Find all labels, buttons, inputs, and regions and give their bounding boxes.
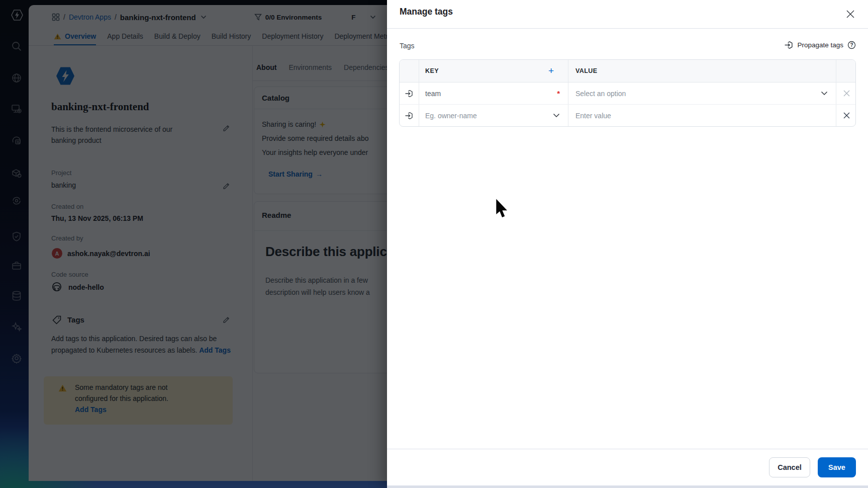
drawer-bottom-edge [387,485,868,488]
tag-value-select[interactable]: Select an option [568,83,836,104]
delete-row-button-disabled [836,83,856,104]
add-tag-row-button[interactable]: + [548,65,554,76]
svg-text:?: ? [850,42,853,48]
tag-key-placeholder: Eg. owner-name [425,112,477,120]
chevron-down-icon [821,91,828,96]
tag-key-input[interactable]: team * [419,83,568,104]
save-button[interactable]: Save [818,457,856,477]
screen: / Devtron Apps / banking-nxt-frontend 0/… [0,0,868,488]
tags-table-header: KEY + VALUE [400,60,855,83]
tag-key-value: team [425,90,441,98]
tag-value-input[interactable]: Enter value [568,105,836,126]
drawer-header-divider [387,28,868,29]
delete-row-button[interactable] [836,105,856,126]
chevron-down-icon [553,113,560,118]
value-column-header: VALUE [575,67,597,74]
propagate-row-icon[interactable] [400,105,419,126]
propagate-icon [785,41,793,49]
tag-row-1: team * Select an option [400,83,855,105]
tag-value-placeholder: Select an option [575,90,626,98]
cancel-button[interactable]: Cancel [769,457,810,477]
propagate-tags-control[interactable]: Propagate tags ? [785,41,856,49]
tag-row-2: Eg. owner-name Enter value [400,105,855,126]
key-column-header: KEY [425,67,439,74]
propagate-row-icon[interactable] [400,83,419,104]
tags-table: KEY + VALUE team * [399,59,856,127]
tags-label: Tags [400,42,415,50]
tag-key-select[interactable]: Eg. owner-name [419,105,568,126]
required-asterisk: * [557,89,560,98]
close-icon[interactable] [844,8,857,21]
propagate-label: Propagate tags [797,41,843,49]
drawer-footer-divider [387,449,868,449]
drawer-title: Manage tags [400,7,453,17]
manage-tags-drawer: Manage tags Tags Propagate tags ? KEY + … [387,0,868,488]
help-icon[interactable]: ? [847,41,856,49]
tag-value-placeholder: Enter value [575,112,611,120]
